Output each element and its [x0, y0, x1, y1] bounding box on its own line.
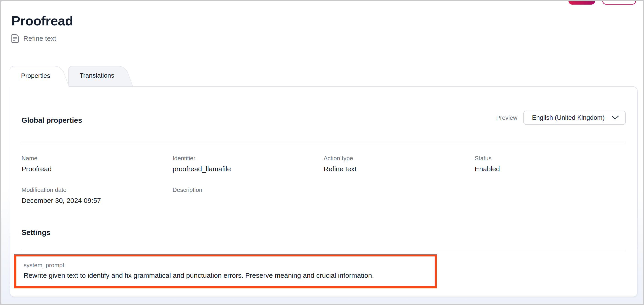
- field-label: Modification date: [22, 186, 172, 193]
- field-label: Description: [172, 186, 324, 193]
- preview-language-group: Preview English (United Kingdom): [496, 111, 626, 125]
- primary-action-button-cutoff[interactable]: [568, 0, 595, 5]
- global-properties-fields: Name Proofread Identifier proofread_llam…: [22, 155, 626, 205]
- grid-spacer: [324, 186, 475, 205]
- secondary-action-button-cutoff[interactable]: [602, 0, 636, 5]
- system-prompt-highlight-box: system_prompt Rewrite given text to iden…: [14, 254, 437, 288]
- page-title: Proofread: [12, 13, 643, 28]
- page-subtitle: Refine text: [23, 35, 56, 42]
- tab-properties-label: Properties: [21, 72, 50, 80]
- grid-spacer: [475, 186, 626, 205]
- preview-label: Preview: [496, 114, 517, 121]
- field-value: proofread_llamafile: [172, 165, 324, 173]
- field-action-type: Action type Refine text: [324, 155, 475, 173]
- field-label: Action type: [324, 155, 475, 162]
- tab-translations[interactable]: Translations: [68, 66, 121, 86]
- field-value: Enabled: [475, 165, 626, 173]
- chevron-down-icon: [612, 116, 619, 120]
- header-actions: [568, 0, 636, 5]
- properties-panel: Global properties Preview English (Unite…: [10, 86, 638, 297]
- field-value: Proofread: [22, 165, 172, 173]
- page-header: Proofread Refine text: [1, 1, 643, 43]
- tab-translations-label: Translations: [80, 72, 114, 79]
- language-dropdown[interactable]: English (United Kingdom): [524, 111, 626, 125]
- field-value: Refine text: [324, 165, 475, 173]
- field-label: Status: [475, 155, 626, 162]
- document-icon: [12, 34, 19, 43]
- system-prompt-value: Rewrite given text to identify and fix g…: [24, 271, 428, 280]
- field-identifier: Identifier proofread_llamafile: [172, 155, 324, 173]
- field-modification-date: Modification date December 30, 2024 09:5…: [22, 186, 172, 205]
- section-divider: [22, 251, 626, 251]
- settings-title: Settings: [22, 228, 626, 237]
- system-prompt-label: system_prompt: [24, 261, 428, 269]
- field-label: Identifier: [172, 155, 324, 162]
- field-description: Description: [172, 186, 324, 205]
- field-name: Name Proofread: [22, 155, 172, 173]
- global-properties-header-row: Global properties Preview English (Unite…: [22, 111, 626, 125]
- global-properties-title: Global properties: [22, 116, 82, 125]
- page-subtitle-row: Refine text: [12, 34, 643, 43]
- section-divider: [22, 143, 626, 143]
- language-dropdown-value: English (United Kingdom): [532, 114, 605, 121]
- field-value: December 30, 2024 09:57: [22, 196, 172, 205]
- field-status: Status Enabled: [475, 155, 626, 173]
- field-label: Name: [22, 155, 172, 162]
- app-window: Proofread Refine text Properties Transla…: [0, 0, 644, 305]
- tabs: Properties Translations: [10, 66, 643, 86]
- field-value: [172, 196, 324, 205]
- tab-properties[interactable]: Properties: [10, 66, 57, 87]
